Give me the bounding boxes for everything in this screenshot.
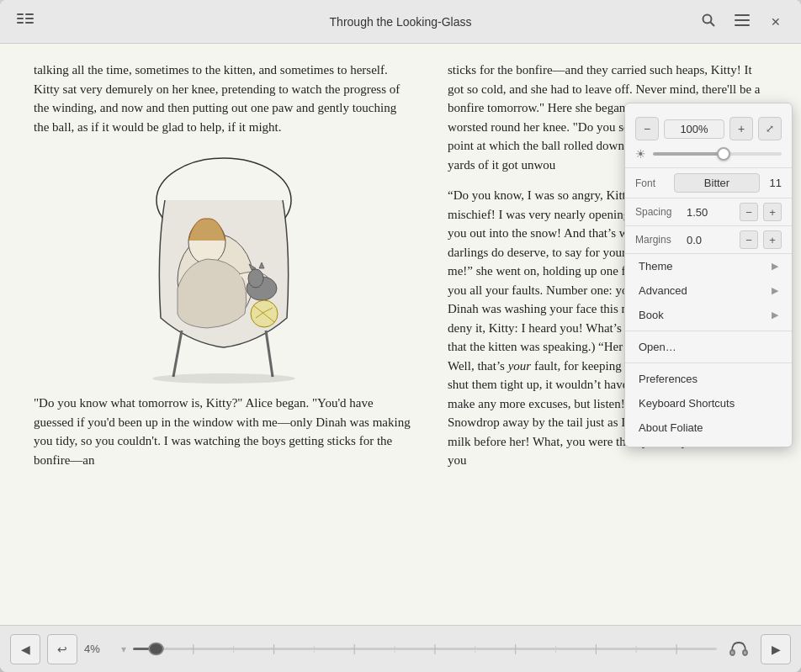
spacing-row: Spacing 1.50 − + — [625, 198, 792, 226]
svg-rect-8 — [735, 14, 750, 16]
svg-point-19 — [152, 373, 295, 384]
spacing-inc-button[interactable]: + — [763, 203, 782, 221]
book-title: Through the Looking-Glass — [330, 15, 472, 29]
spacing-dec-icon: − — [745, 206, 752, 219]
margins-row: Margins 0.0 − + — [625, 226, 792, 254]
font-size-display: 11 — [765, 177, 782, 189]
dropdown-panel: − 100% + ⤢ ☀ — [624, 103, 793, 447]
back-button[interactable]: ↩ — [47, 634, 77, 664]
spacing-value: 1.50 — [687, 206, 735, 219]
spacing-label: Spacing — [635, 206, 682, 218]
zoom-in-button[interactable]: + — [729, 117, 753, 140]
back-icon: ↩ — [57, 643, 67, 656]
svg-rect-5 — [25, 22, 34, 24]
book-illustration — [131, 150, 316, 385]
svg-rect-4 — [25, 18, 34, 19]
menu-item-theme-label: Theme — [639, 260, 672, 273]
svg-rect-3 — [25, 13, 34, 15]
font-name-display[interactable]: Bitter — [674, 173, 760, 193]
spacing-dec-button[interactable]: − — [740, 203, 758, 221]
title-bar-left — [10, 7, 40, 37]
svg-line-17 — [173, 331, 182, 377]
theme-arrow-icon: ▶ — [772, 261, 778, 272]
prev-icon: ◀ — [21, 643, 30, 656]
search-icon — [701, 13, 716, 31]
toc-button[interactable] — [10, 7, 40, 37]
menu-item-about[interactable]: About Foliate — [625, 415, 792, 440]
search-button[interactable] — [693, 7, 724, 37]
margins-label: Margins — [635, 234, 682, 246]
menu-item-advanced-label: Advanced — [639, 284, 687, 297]
menu-separator-2 — [625, 362, 792, 363]
zoom-row: − 100% + ⤢ — [635, 117, 782, 140]
progress-ticks[interactable] — [133, 639, 717, 659]
svg-point-15 — [248, 269, 263, 288]
next-page-button[interactable]: ▶ — [761, 634, 791, 664]
svg-point-22 — [149, 643, 163, 654]
menu-button[interactable] — [727, 7, 757, 37]
font-row: Font Bitter 11 — [625, 168, 792, 198]
app-window: Through the Looking-Glass — [0, 0, 801, 672]
margins-value: 0.0 — [687, 234, 735, 246]
menu-item-about-label: About Foliate — [639, 421, 703, 434]
next-icon: ▶ — [772, 643, 781, 656]
menu-item-theme[interactable]: Theme ▶ — [625, 254, 792, 278]
menu-item-keyboard-shortcuts-label: Keyboard Shortcuts — [639, 397, 735, 410]
fullscreen-button[interactable]: ⤢ — [758, 117, 782, 140]
zoom-value: 100% — [664, 119, 724, 139]
zoom-in-icon: + — [738, 122, 745, 135]
margins-inc-icon: + — [769, 234, 776, 246]
svg-rect-37 — [743, 650, 747, 655]
bottom-bar: ◀ ↩ 4% ▾ — [0, 625, 801, 672]
svg-rect-20 — [133, 648, 717, 650]
progress-dropdown-icon[interactable]: ▾ — [121, 643, 126, 655]
menu-item-book-label: Book — [639, 309, 664, 321]
book-arrow-icon: ▶ — [772, 310, 778, 320]
content-area: talking all the time, sometimes to the k… — [0, 44, 801, 625]
panel-controls: − 100% + ⤢ ☀ — [625, 110, 792, 168]
margins-inc-button[interactable]: + — [763, 230, 782, 249]
svg-line-7 — [711, 22, 715, 26]
title-bar-right: ✕ — [693, 7, 791, 37]
brightness-slider[interactable] — [653, 152, 782, 156]
menu-separator-1 — [625, 331, 792, 331]
brightness-row: ☀ — [635, 147, 782, 161]
menu-item-advanced[interactable]: Advanced ▶ — [625, 278, 792, 303]
menu-item-preferences[interactable]: Preferences — [625, 367, 792, 391]
book-text-p2: "Do you know what tomorrow is, Kitty?" A… — [34, 394, 414, 469]
book-column-left: talking all the time, sometimes to the k… — [34, 61, 414, 608]
margins-dec-button[interactable]: − — [740, 230, 758, 249]
hamburger-icon — [735, 14, 750, 29]
audio-button[interactable] — [724, 634, 754, 664]
svg-line-18 — [266, 331, 273, 377]
zoom-out-button[interactable]: − — [635, 117, 659, 140]
toc-icon — [17, 13, 34, 30]
title-bar: Through the Looking-Glass — [0, 0, 801, 44]
svg-rect-10 — [735, 24, 750, 26]
progress-label: 4% — [84, 643, 118, 655]
spacing-inc-icon: + — [769, 206, 776, 219]
brightness-icon: ☀ — [635, 147, 646, 161]
fullscreen-icon: ⤢ — [766, 123, 774, 135]
progress-container — [133, 639, 717, 659]
menu-item-keyboard-shortcuts[interactable]: Keyboard Shortcuts — [625, 391, 792, 415]
advanced-arrow-icon: ▶ — [772, 285, 778, 296]
close-button[interactable]: ✕ — [761, 7, 791, 37]
menu-item-open[interactable]: Open… — [625, 335, 792, 359]
zoom-out-icon: − — [644, 122, 650, 135]
svg-rect-2 — [17, 22, 24, 24]
brightness-thumb — [717, 147, 730, 161]
svg-rect-0 — [17, 13, 24, 15]
svg-rect-9 — [735, 19, 750, 21]
svg-rect-36 — [730, 650, 735, 655]
svg-rect-1 — [17, 18, 24, 19]
menu-item-open-label: Open… — [639, 341, 676, 353]
prev-page-button[interactable]: ◀ — [10, 634, 40, 664]
svg-point-6 — [703, 14, 712, 23]
book-text-p1: talking all the time, sometimes to the k… — [34, 61, 414, 136]
headphone-icon — [729, 639, 748, 659]
font-label: Font — [635, 177, 669, 189]
menu-item-book[interactable]: Book ▶ — [625, 303, 792, 327]
margins-dec-icon: − — [745, 234, 752, 246]
menu-item-preferences-label: Preferences — [639, 373, 698, 385]
